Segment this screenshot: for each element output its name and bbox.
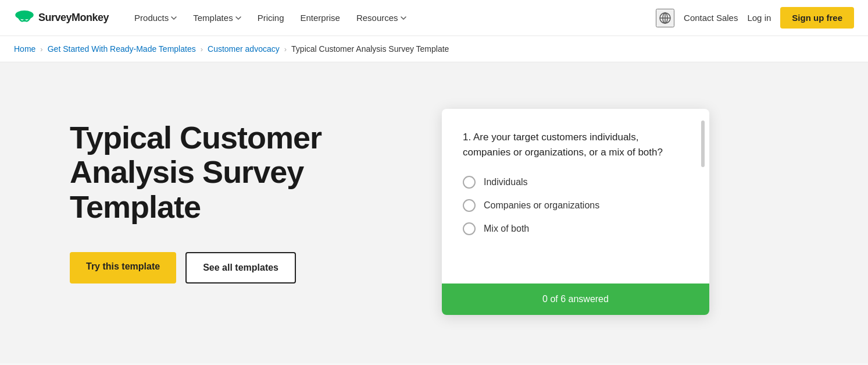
radio-button[interactable] <box>463 176 476 189</box>
survey-question: 1. Are your target customers individuals… <box>463 130 688 160</box>
contact-sales-link[interactable]: Contact Sales <box>684 13 738 23</box>
logo-link[interactable]: SurveyMonkey <box>14 10 109 26</box>
breadcrumb-separator: › <box>40 45 42 54</box>
signup-button[interactable]: Sign up free <box>780 7 854 29</box>
chevron-down-icon <box>235 15 241 21</box>
breadcrumb-separator: › <box>201 45 203 54</box>
try-template-button[interactable]: Try this template <box>70 252 176 284</box>
breadcrumb-home[interactable]: Home <box>14 44 35 54</box>
breadcrumb-templates[interactable]: Get Started With Ready-Made Templates <box>48 44 196 54</box>
see-all-templates-button[interactable]: See all templates <box>185 252 296 284</box>
globe-icon <box>659 12 671 24</box>
nav-item-templates[interactable]: Templates <box>186 8 248 27</box>
breadcrumb-current: Typical Customer Analysis Survey Templat… <box>291 44 449 54</box>
option-companies[interactable]: Companies or organizations <box>463 199 688 212</box>
language-button[interactable] <box>656 9 674 27</box>
login-link[interactable]: Log in <box>747 13 771 23</box>
logo-text: SurveyMonkey <box>38 12 109 24</box>
chevron-down-icon <box>171 15 177 21</box>
scrollbar[interactable] <box>701 121 705 167</box>
svg-point-0 <box>15 10 34 19</box>
breadcrumb-customer-advocacy[interactable]: Customer advocacy <box>208 44 280 54</box>
breadcrumb-separator: › <box>284 45 287 54</box>
breadcrumb: Home › Get Started With Ready-Made Templ… <box>0 36 868 62</box>
survey-card-body: 1. Are your target customers individuals… <box>442 109 709 284</box>
answered-count: 0 of 6 answered <box>542 294 609 304</box>
radio-button[interactable] <box>463 199 476 212</box>
option-mix-of-both[interactable]: Mix of both <box>463 222 688 235</box>
option-individuals[interactable]: Individuals <box>463 176 688 189</box>
survey-footer: 0 of 6 answered <box>442 284 709 315</box>
page-title: Typical Customer Analysis Survey Templat… <box>70 121 395 224</box>
left-panel: Typical Customer Analysis Survey Templat… <box>70 109 395 284</box>
chevron-down-icon <box>401 15 406 21</box>
radio-button[interactable] <box>463 222 476 235</box>
nav-item-products[interactable]: Products <box>127 8 184 27</box>
logo-icon <box>14 10 35 26</box>
header-right: Contact Sales Log in Sign up free <box>656 7 854 29</box>
survey-preview-card: 1. Are your target customers individuals… <box>442 109 709 315</box>
main-content: Typical Customer Analysis Survey Templat… <box>0 62 868 363</box>
header: SurveyMonkey Products Templates Pricing … <box>0 0 868 36</box>
nav-item-enterprise[interactable]: Enterprise <box>294 8 347 27</box>
action-buttons: Try this template See all templates <box>70 252 395 284</box>
nav-item-resources[interactable]: Resources <box>349 8 413 27</box>
options-list: Individuals Companies or organizations M… <box>463 176 688 235</box>
main-nav: Products Templates Pricing Enterprise Re… <box>127 8 656 27</box>
nav-item-pricing[interactable]: Pricing <box>251 8 291 27</box>
